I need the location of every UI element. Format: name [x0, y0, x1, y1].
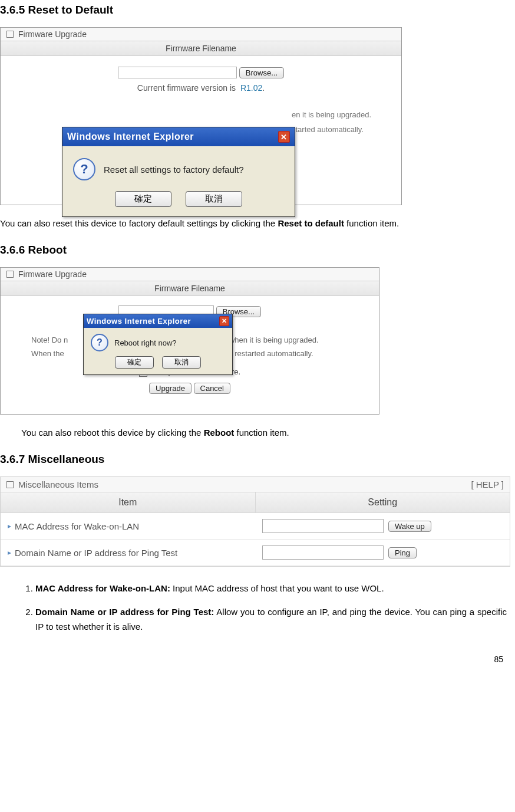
ok-button[interactable]: 確定: [115, 191, 171, 207]
list-item: MAC Address for Wake-on-LAN: Input MAC a…: [35, 581, 507, 596]
note-fragment-1a: Note! Do n: [31, 336, 68, 344]
version-value: R1.02: [240, 83, 262, 93]
reboot-confirm-dialog: Windows Internet Explorer ✕ ? Reboot rig…: [83, 314, 233, 375]
table-header: Item Setting: [1, 492, 510, 513]
list-item: Domain Name or IP address for Ping Test:…: [35, 604, 507, 635]
dialog-title: Windows Internet Explorer: [67, 132, 194, 142]
heading-reboot: 3.6.6 Reboot: [0, 244, 511, 257]
note-fragment-1: en it is being upgraded.: [292, 110, 395, 119]
figure-reboot: Firmware Upgrade Firmware Filename Brows…: [0, 267, 379, 415]
heading-misc: 3.6.7 Miscellaneous: [0, 453, 511, 466]
firmware-path-input[interactable]: [118, 67, 237, 78]
misc-list: MAC Address for Wake-on-LAN: Input MAC a…: [18, 581, 511, 635]
question-icon: ?: [91, 334, 108, 351]
panel-header: Firmware Upgrade: [1, 268, 379, 281]
row-label: Domain Name or IP address for Ping Test: [1, 540, 255, 566]
panel-title: Miscellaneous Items: [18, 479, 98, 489]
browse-button[interactable]: Browse...: [239, 67, 284, 78]
panel-title: Firmware Upgrade: [18, 269, 87, 279]
help-link[interactable]: [ HELP ]: [471, 479, 504, 489]
misc-panel: Miscellaneous Items [ HELP ] Item Settin…: [0, 476, 510, 567]
page-number: 85: [0, 643, 511, 668]
panel-header: Firmware Upgrade: [1, 28, 401, 41]
figure-reset: Firmware Upgrade Firmware Filename Brows…: [0, 27, 402, 205]
ping-target-input[interactable]: [262, 545, 384, 560]
note-fragment-2a: When the: [31, 349, 64, 358]
close-icon[interactable]: ✕: [278, 131, 290, 143]
th-item: Item: [1, 492, 256, 512]
reboot-prose: You can also reboot this device by click…: [21, 426, 511, 439]
upgrade-button[interactable]: Upgrade: [149, 383, 192, 394]
ok-button[interactable]: 確定: [115, 356, 154, 369]
reset-confirm-dialog: Windows Internet Explorer ✕ ? Reset all …: [62, 127, 295, 217]
wol-mac-input[interactable]: [262, 519, 384, 533]
cancel-button[interactable]: 取消: [162, 356, 201, 369]
note-fragment-2: started automatically.: [292, 125, 395, 134]
version-prefix: Current firmware version is: [137, 83, 236, 93]
wakeup-button[interactable]: Wake up: [388, 521, 431, 532]
collapse-icon: [6, 271, 14, 278]
th-setting: Setting: [256, 492, 510, 512]
filename-bar: Firmware Filename: [1, 41, 401, 56]
cancel-button[interactable]: Cancel: [194, 383, 230, 394]
table-row: MAC Address for Wake-on-LAN Wake up: [1, 513, 510, 540]
ping-button[interactable]: Ping: [388, 547, 417, 558]
panel-title: Firmware Upgrade: [18, 29, 87, 39]
row-label: MAC Address for Wake-on-LAN: [1, 513, 255, 539]
filename-bar: Firmware Filename: [1, 281, 379, 296]
collapse-icon: [6, 481, 14, 488]
dialog-message: Reboot right now?: [114, 338, 177, 347]
cancel-button[interactable]: 取消: [186, 191, 242, 207]
collapse-icon: [6, 31, 14, 38]
heading-reset: 3.6.5 Reset to Default: [0, 4, 511, 17]
table-row: Domain Name or IP address for Ping Test …: [1, 540, 510, 566]
question-icon: ?: [73, 158, 95, 180]
close-icon[interactable]: ✕: [219, 316, 229, 326]
dialog-message: Reset all settings to factory default?: [104, 165, 244, 175]
dialog-title: Windows Internet Explorer: [87, 317, 191, 326]
reset-prose: You can also reset this device to factor…: [0, 217, 511, 229]
